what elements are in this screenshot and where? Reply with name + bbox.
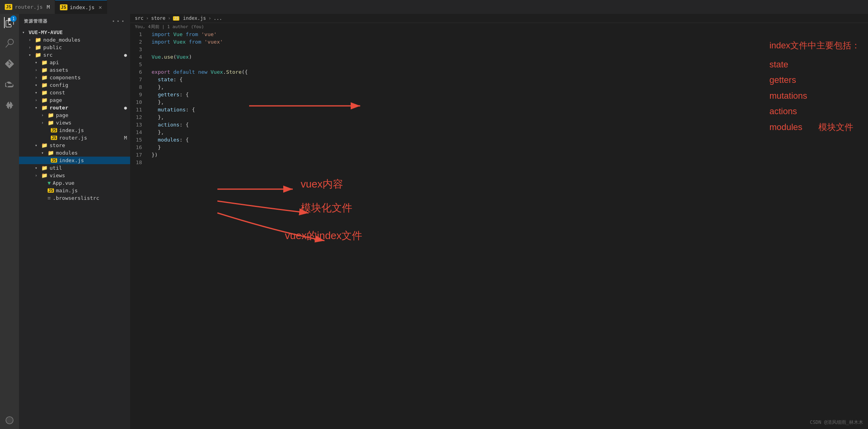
git-activity-icon[interactable]: [4, 58, 15, 69]
code-line: 4 Vue.use(Vuex): [130, 53, 868, 61]
code-line: 10 },: [130, 98, 868, 106]
modified-dot: ●: [124, 52, 130, 58]
folder-icon: 📁: [41, 82, 48, 88]
sidebar-item-modules[interactable]: ▾ 📁 modules: [19, 149, 130, 157]
sidebar-item-router-index[interactable]: JS index.js: [19, 126, 130, 134]
arrow-icon: ›: [29, 45, 35, 50]
extensions-activity-icon[interactable]: [4, 100, 15, 111]
arrow-icon: ▾: [41, 151, 48, 155]
tab-index-label: index.js: [70, 4, 95, 10]
code-editor[interactable]: 1 import Vue from 'vue' 2 import Vuex fr…: [130, 31, 868, 429]
arrow-icon: ›: [35, 75, 41, 80]
file-label: App.vue: [53, 180, 75, 186]
tab-router-js[interactable]: JS router.js M: [0, 0, 55, 14]
sidebar-item-router[interactable]: ▾ 📁 router ●: [19, 104, 130, 111]
sidebar-item-assets[interactable]: › 📁 assets: [19, 66, 130, 74]
code-line: 12 },: [130, 113, 868, 121]
js-file-icon: JS: [51, 158, 57, 163]
vuex-content-label: vuex内容: [301, 177, 343, 191]
project-root[interactable]: ▾ VUE-MY-AVUE: [19, 29, 130, 36]
folder-label: store: [50, 142, 65, 148]
sidebar-item-browserslist[interactable]: ≡ .browserslistrc: [19, 194, 130, 202]
folder-icon: 📁: [35, 37, 41, 43]
js-icon: JS: [5, 4, 12, 10]
sidebar-item-store-index[interactable]: JS index.js: [19, 157, 130, 164]
folder-icon: 📁: [41, 172, 48, 178]
tab-modified-indicator: M: [47, 4, 50, 10]
code-line: 16 }: [130, 144, 868, 151]
sidebar-item-router-page[interactable]: › 📁 page: [19, 111, 130, 119]
folder-icon: 📁: [48, 112, 54, 118]
folder-label: const: [50, 90, 65, 96]
code-line: 13 actions: {: [130, 121, 868, 128]
sidebar-item-node-modules[interactable]: › 📁 node_modules: [19, 36, 130, 44]
sidebar-item-src[interactable]: ▾ 📁 src ●: [19, 51, 130, 59]
tab-bar: JS router.js M JS index.js ✕: [0, 0, 868, 14]
folder-label: page: [56, 112, 68, 118]
folder-icon: 📁: [41, 165, 48, 171]
folder-label: config: [50, 82, 68, 88]
search-activity-icon[interactable]: [4, 38, 15, 49]
code-line: 7 state: {: [130, 76, 868, 83]
code-line: 18: [130, 159, 868, 166]
file-label: main.js: [56, 188, 78, 193]
remote-activity-icon[interactable]: [4, 415, 15, 426]
git-blame: You, 4周前 | 1 author (You): [130, 23, 868, 31]
code-line: 2 import Vuex from 'vuex': [130, 38, 868, 46]
tab-index-js[interactable]: JS index.js ✕: [55, 0, 107, 14]
folder-icon: 📁: [41, 105, 48, 111]
file-label: index.js: [59, 127, 84, 133]
bc-extra: ...: [213, 15, 222, 21]
vue-file-icon: ▼: [48, 180, 51, 186]
arrow-icon: ▾: [35, 105, 41, 110]
folder-label: views: [50, 172, 65, 178]
bc-src: src: [135, 15, 144, 21]
arrow-icon: ▾: [35, 83, 41, 87]
modified-dot: ●: [124, 105, 130, 111]
sidebar-item-router-js[interactable]: JS router.js M: [19, 134, 130, 142]
file-label: index.js: [59, 157, 84, 163]
folder-icon: 📁: [41, 97, 48, 103]
code-line: 9 getters: {: [130, 91, 868, 98]
arrow-icon: ›: [29, 38, 35, 42]
sidebar-item-components[interactable]: › 📁 components: [19, 74, 130, 81]
sidebar-item-views[interactable]: › 📁 views: [19, 172, 130, 179]
folder-label: views: [56, 120, 71, 126]
code-line: 17 }): [130, 151, 868, 159]
sidebar-item-const[interactable]: ▾ 📁 const: [19, 89, 130, 96]
code-line: 1 import Vue from 'vue': [130, 31, 868, 38]
sidebar-item-router-views[interactable]: › 📁 views: [19, 119, 130, 126]
sidebar-item-util[interactable]: ▾ 📁 util: [19, 164, 130, 172]
folder-label: api: [50, 59, 59, 65]
code-line: 3: [130, 46, 868, 53]
arrow-icon: ›: [35, 68, 41, 72]
arrow-icon: ▾: [35, 60, 41, 65]
explorer-activity-icon[interactable]: 1: [4, 17, 15, 28]
sidebar-item-api[interactable]: ▾ 📁 api: [19, 59, 130, 66]
folder-label: public: [43, 44, 62, 50]
modified-label: M: [124, 135, 130, 141]
arrow-icon: ›: [35, 173, 41, 178]
sidebar-item-app-vue[interactable]: ▼ App.vue: [19, 179, 130, 187]
close-tab-button[interactable]: ✕: [98, 4, 102, 10]
folder-label: assets: [50, 67, 68, 73]
debug-activity-icon[interactable]: [4, 79, 15, 90]
sidebar-item-config[interactable]: ▾ 📁 config: [19, 81, 130, 89]
folder-icon: 📁: [35, 44, 41, 50]
sidebar-item-main-js[interactable]: JS main.js: [19, 187, 130, 194]
sidebar-item-store[interactable]: ▾ 📁 store: [19, 142, 130, 149]
js-file-icon: JS: [51, 128, 57, 132]
arrow-icon: ▾: [29, 53, 35, 57]
folder-label: node_modules: [43, 37, 81, 43]
sidebar-options-button[interactable]: ···: [111, 17, 125, 25]
sidebar-item-public[interactable]: › 📁 public: [19, 44, 130, 51]
folder-icon: 📁: [41, 75, 48, 80]
folder-icon: 📁: [41, 142, 48, 148]
sidebar-item-page[interactable]: › 📁 page: [19, 96, 130, 104]
folder-label: util: [50, 165, 62, 171]
folder-icon: 📁: [35, 52, 41, 58]
code-line: 14 },: [130, 128, 868, 136]
folder-icon: 📁: [48, 120, 54, 126]
config-file-icon: ≡: [48, 195, 51, 201]
editor-area: src › store › JS index.js › ... You, 4周前…: [130, 14, 868, 429]
